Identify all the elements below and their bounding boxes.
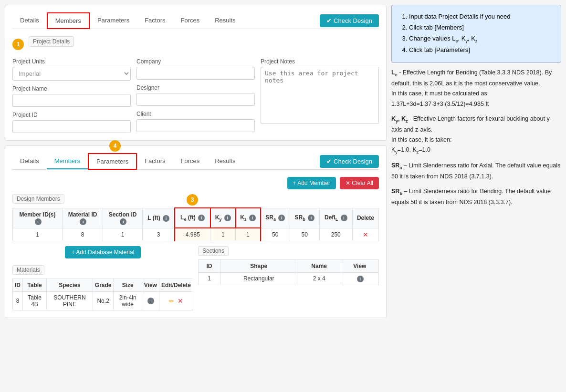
project-notes-label: Project Notes [261, 58, 379, 65]
tab-forces-top[interactable]: Forces [173, 13, 207, 29]
sections-table: ID Shape Name View 1 Rectangular 2 x 4 [198, 259, 379, 285]
mat-th-id: ID [13, 279, 23, 291]
mat-td-size: 2in-4in wide [114, 291, 142, 310]
right-info-box-top: Input data Project Details if you need C… [391, 5, 561, 63]
mat-th-table: Table [23, 279, 47, 291]
instructions-list: Input data Project Details if you need C… [399, 12, 553, 55]
mat-table-row: 8 Table 4B SOUTHERN PINE No.2 2in-4in wi… [13, 291, 193, 310]
mat-th-grade: Grade [93, 279, 114, 291]
info-icon-section-id[interactable]: i [120, 218, 126, 225]
client-input[interactable]: Mat [136, 119, 255, 132]
clear-all-btn[interactable]: ✕ Clear All [340, 177, 379, 189]
sections-label: Sections [198, 246, 229, 256]
ky-kz-info: Ky, Kz - Effective Length factors for fl… [391, 114, 561, 156]
check-design-btn-bot[interactable]: ✔ Check Design [320, 155, 379, 168]
tab-members-bot[interactable]: Members [47, 154, 88, 169]
th-material-id: Material ID i [63, 208, 103, 228]
mat-th-view: View [142, 279, 159, 291]
th-section-id: Section ID i [103, 208, 143, 228]
srb-info: SRb – Limit Slenderness ratio for Bendin… [391, 186, 561, 207]
info-icon-ky[interactable]: i [224, 215, 231, 221]
tab-results-bot[interactable]: Results [207, 154, 243, 169]
mat-td-species: SOUTHERN PINE [47, 291, 93, 310]
mat-td-edit-delete[interactable]: ✏ ✕ [159, 291, 193, 310]
delete-icon[interactable]: ✕ [363, 231, 368, 238]
project-name-input[interactable]: ex_p53_2 [12, 94, 131, 107]
th-member-ids: Member ID(s) i [13, 208, 63, 228]
td-ky: 1 [210, 228, 236, 241]
td-kz: 1 [236, 228, 261, 241]
instruction-1: Input data Project Details if you need [409, 12, 553, 22]
company-label: Company [136, 58, 255, 65]
tab-details-top[interactable]: Details [12, 13, 47, 29]
tab-factors-bot[interactable]: Factors [137, 154, 173, 169]
project-notes-group: Project Notes [261, 58, 379, 124]
check-design-btn-top[interactable]: ✔ Check Design [320, 14, 379, 27]
tab-results-top[interactable]: Results [207, 13, 243, 29]
mat-th-size: Size [114, 279, 142, 291]
project-notes-textarea[interactable] [261, 67, 379, 124]
project-id-label: Project ID [12, 112, 131, 118]
sec-td-shape: Rectangular [220, 272, 297, 285]
mat-td-view[interactable]: i [142, 291, 159, 310]
mat-delete-icon[interactable]: ✕ [178, 297, 183, 305]
mat-edit-icon[interactable]: ✏ [169, 298, 174, 305]
td-section-id: 1 [103, 228, 143, 241]
th-defl: DeflL i [319, 208, 352, 228]
tab-members-top[interactable]: Members [47, 12, 90, 29]
designer-group: Designer Serg L [136, 84, 255, 106]
mat-td-id: 8 [13, 291, 23, 310]
company-input[interactable]: WoodArt [136, 67, 255, 80]
td-delete[interactable]: ✕ [352, 228, 378, 241]
tab-factors-top[interactable]: Factors [137, 13, 173, 29]
step-badge-3: 3 [187, 194, 198, 206]
info-icon-sra[interactable]: i [278, 215, 285, 221]
info-icon-srb[interactable]: i [308, 215, 314, 221]
bottom-tables: + Add Database Material Materials ID Tab… [12, 246, 379, 310]
tab-details-bot[interactable]: Details [12, 154, 47, 169]
tab-forces-bot[interactable]: Forces [173, 154, 207, 169]
add-db-material-btn[interactable]: + Add Database Material [65, 246, 141, 258]
th-l-ft: L (ft) i [143, 208, 175, 228]
sections-section: Sections ID Shape Name View [198, 246, 379, 310]
designer-input[interactable]: Serg L [136, 93, 255, 106]
th-sra: SRa i [261, 208, 290, 228]
le-info: Le - Effective Length for Bending (Table… [391, 68, 561, 109]
mat-view-icon[interactable]: i [147, 298, 154, 304]
info-icon-defl[interactable]: i [341, 215, 347, 221]
instruction-2: Click tab [Members] [409, 23, 553, 33]
td-material-id: 8 [63, 228, 103, 241]
project-form: Project Units Imperial Project Name ex_p… [12, 58, 379, 133]
sec-th-shape: Shape [220, 259, 297, 272]
th-le-ft: Le (ft) i [175, 208, 210, 228]
td-l-ft: 3 [143, 228, 175, 241]
step-badge-1: 1 [12, 39, 24, 50]
client-group: Client Mat [136, 111, 255, 132]
designer-label: Designer [136, 84, 255, 91]
materials-section: + Add Database Material Materials ID Tab… [12, 246, 193, 310]
info-icon-member-ids[interactable]: i [35, 218, 42, 225]
sec-view-icon[interactable]: i [357, 276, 364, 282]
bottom-card: 4 Details Members Parameters Factors For… [5, 145, 387, 318]
project-id-input[interactable]: 1254 [12, 120, 131, 133]
top-tabs: Details Members Parameters Factors Force… [12, 12, 379, 29]
info-icon-kz[interactable]: i [249, 215, 256, 221]
project-id-group: Project ID 1254 [12, 112, 131, 133]
td-sra: 50 [261, 228, 290, 241]
mat-td-grade: No.2 [93, 291, 114, 310]
right-info-text: Le - Effective Length for Bending (Table… [391, 68, 561, 212]
design-members-label: Design Members [12, 194, 64, 204]
project-units-select[interactable]: Imperial [12, 67, 131, 81]
tab-parameters-top[interactable]: Parameters [90, 13, 137, 29]
info-icon-material-id[interactable]: i [80, 218, 86, 225]
project-name-group: Project Name ex_p53_2 [12, 85, 131, 107]
add-member-btn[interactable]: + Add Member [287, 177, 336, 189]
info-icon-le-ft[interactable]: i [198, 215, 205, 221]
bottom-tabs: Details Members Parameters Factors Force… [12, 153, 379, 170]
info-icon-l-ft[interactable]: i [163, 215, 169, 222]
sec-td-view[interactable]: i [341, 272, 378, 285]
tab-parameters-bot[interactable]: Parameters [88, 153, 137, 170]
instruction-3: Change values Le, Ky, Kz [409, 34, 553, 44]
company-group: Company WoodArt [136, 58, 255, 80]
th-delete: Delete [352, 208, 378, 228]
